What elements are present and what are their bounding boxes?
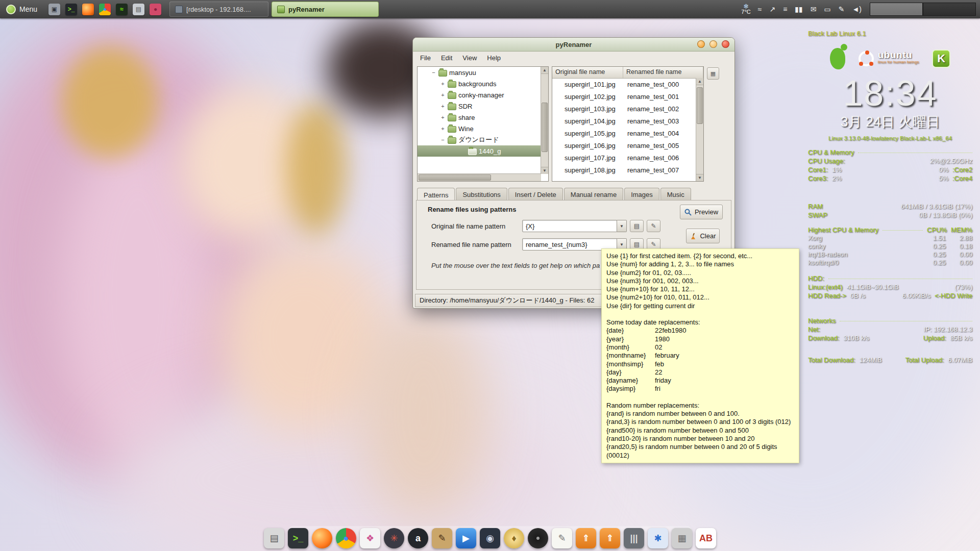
menubar-item[interactable]: Edit <box>436 53 457 63</box>
tree-item-wine[interactable]: + Wine <box>418 123 541 134</box>
media-player-icon[interactable]: ▶ <box>456 528 476 548</box>
menubar-item[interactable]: File <box>415 53 436 63</box>
pencil-icon[interactable]: ✎ <box>432 528 452 548</box>
scroll-down-icon[interactable]: ▼ <box>696 174 703 181</box>
gold-artifact-icon[interactable]: ♦ <box>504 528 524 548</box>
taskbar-window-rdesktop[interactable]: [rdesktop - 192.168.... <box>169 2 268 17</box>
firefox-icon[interactable] <box>82 4 94 15</box>
terminal-icon[interactable]: >_ <box>288 528 308 548</box>
translator-icon[interactable]: AB <box>696 528 716 548</box>
close-button[interactable] <box>722 40 729 48</box>
workspace-1[interactable] <box>870 3 923 16</box>
list-vertical-scrollbar[interactable]: ▲ ▼ <box>696 78 703 181</box>
taskbar-window-pyrenamer[interactable]: pyRenamer <box>272 2 379 17</box>
menu-button[interactable]: Menu <box>0 0 43 18</box>
display-settings-icon[interactable]: ▣ <box>48 4 60 15</box>
weather-applet[interactable]: ❄ 7°C <box>741 4 750 15</box>
column-options-button[interactable]: ▦ <box>707 67 719 80</box>
shutter-icon[interactable]: ✳ <box>384 528 404 548</box>
rdesktop-window-icon <box>175 6 183 13</box>
pattern-options-button[interactable]: ▤ <box>630 220 644 232</box>
blocks-icon[interactable]: ▦ <box>672 528 692 548</box>
original-pattern-input[interactable] <box>522 220 617 232</box>
file-row[interactable]: supergirl_105.jpg rename_test_004 <box>552 127 696 139</box>
printer-icon[interactable]: ▤ <box>133 4 144 15</box>
file-list: Original file name Renamed file name sup… <box>552 66 704 182</box>
tree-expander-icon[interactable]: − <box>440 137 446 143</box>
tab-manual-rename[interactable]: Manual rename <box>564 188 623 201</box>
tab-patterns[interactable]: Patterns <box>417 188 455 201</box>
folder-icon <box>448 104 456 110</box>
pen-icon[interactable]: ✎ <box>839 5 845 13</box>
amarok-icon[interactable]: a <box>408 528 428 548</box>
file-row[interactable]: supergirl_108.jpg rename_test_007 <box>552 164 696 176</box>
terminal-icon[interactable]: >_ <box>65 4 77 15</box>
menu-list-icon[interactable]: ≡ <box>783 5 787 13</box>
maximize-button[interactable] <box>709 40 717 48</box>
titlebar[interactable]: pyRenamer <box>413 38 734 52</box>
volume-icon[interactable]: ◄) <box>852 5 862 13</box>
scroll-up-icon[interactable]: ▲ <box>696 78 703 85</box>
raspberry-pi-icon[interactable]: ● <box>150 4 161 15</box>
mail-icon[interactable]: ✉ <box>811 5 817 13</box>
scroll-down-icon[interactable]: ▼ <box>541 167 548 174</box>
menubar-item[interactable]: Help <box>482 53 506 63</box>
scroll-up-icon[interactable]: ▲ <box>541 67 548 74</box>
tree-expander-icon[interactable]: + <box>440 115 446 120</box>
tree-item-1440g[interactable]: 1440_g <box>418 145 541 157</box>
preview-button[interactable]: Preview <box>680 205 723 219</box>
menubar-item[interactable]: View <box>457 53 482 63</box>
tree-item-sdr[interactable]: + SDR <box>418 101 541 112</box>
disc-burner-icon[interactable] <box>528 528 548 548</box>
chrome-icon[interactable]: ● <box>99 4 111 15</box>
text-editor-icon[interactable]: ✎ <box>552 528 572 548</box>
oscilloscope-icon[interactable]: ≈ <box>116 4 128 15</box>
usb-drive-2-icon[interactable]: ⇑ <box>600 528 620 548</box>
eject-icon[interactable]: ▭ <box>824 5 831 13</box>
tree-item-conky-manager[interactable]: + conky-manager <box>418 89 541 101</box>
tab-images[interactable]: Images <box>624 188 659 201</box>
desktop: Menu ▣>_●≈▤● [rdesktop - 192.168.... pyR… <box>0 0 980 551</box>
file-row[interactable]: supergirl_102.jpg rename_test_001 <box>552 90 696 103</box>
file-row[interactable]: supergirl_106.jpg rename_test_005 <box>552 139 696 152</box>
file-row[interactable]: supergirl_103.jpg rename_test_002 <box>552 103 696 115</box>
tab-music[interactable]: Music <box>660 188 691 201</box>
tree-expander-icon[interactable]: + <box>440 126 446 132</box>
clear-button[interactable]: Clear <box>686 229 720 243</box>
file-row[interactable]: supergirl_104.jpg rename_test_003 <box>552 115 696 127</box>
blue-star-icon[interactable]: ✱ <box>648 528 668 548</box>
usb-drive-icon[interactable]: ⇑ <box>576 528 596 548</box>
tree-vertical-scrollbar[interactable]: ▲ ▼ <box>541 67 548 174</box>
column-renamed-file-name[interactable]: Renamed file name <box>623 67 703 78</box>
tree-item-share[interactable]: + share <box>418 112 541 123</box>
chart-bars-icon[interactable]: ▮▮ <box>795 5 802 13</box>
minimize-button[interactable] <box>697 40 705 48</box>
workspace-2[interactable] <box>923 3 976 16</box>
waveform-icon[interactable]: ≈ <box>758 5 762 13</box>
tree-item-backgrounds[interactable]: + backgrounds <box>418 78 541 89</box>
camera-icon[interactable]: ◉ <box>480 528 500 548</box>
tree-item-downloads[interactable]: − ダウンロード <box>418 134 541 145</box>
equalizer-icon[interactable]: ||| <box>624 528 644 548</box>
file-row[interactable]: supergirl_101.jpg rename_test_000 <box>552 78 696 90</box>
file-manager-icon[interactable]: ▤ <box>264 528 284 548</box>
original-pattern-dropdown[interactable]: ▼ <box>617 220 627 232</box>
tree-expander-icon[interactable]: − <box>431 70 436 76</box>
column-original-file-name[interactable]: Original file name <box>552 67 623 78</box>
pattern-edit-button[interactable]: ✎ <box>647 220 660 232</box>
network-up-icon[interactable]: ↗ <box>769 5 775 13</box>
tree-expander-icon[interactable]: + <box>440 92 446 98</box>
tree-horizontal-scrollbar[interactable] <box>418 173 541 181</box>
file-row[interactable]: supergirl_107.jpg rename_test_006 <box>552 152 696 164</box>
tree-item-mansyuu[interactable]: − mansyuu <box>418 67 541 78</box>
firefox-icon[interactable] <box>312 528 332 548</box>
dock: ▤>_●❖✳a✎▶◉♦✎⇑⇑|||✱▦AB <box>0 523 980 551</box>
image-editor-icon[interactable]: ❖ <box>360 528 380 548</box>
top-panel: Menu ▣>_●≈▤● [rdesktop - 192.168.... pyR… <box>0 0 980 18</box>
tab-insert-delete[interactable]: Insert / Delete <box>508 188 563 201</box>
tab-substitutions[interactable]: Substitutions <box>456 188 507 201</box>
hdd-write-value: 6.00KiB/s <box>902 292 931 299</box>
chrome-icon[interactable]: ● <box>336 528 356 548</box>
tree-expander-icon[interactable]: + <box>440 81 446 87</box>
tree-expander-icon[interactable]: + <box>440 104 446 109</box>
